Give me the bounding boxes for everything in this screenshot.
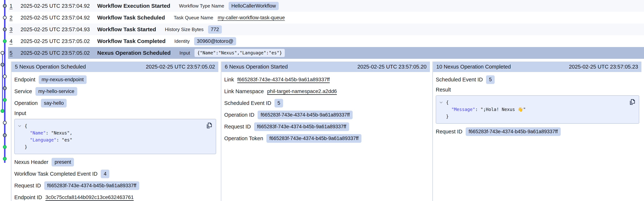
panel-title: 5 Nexus Operation Scheduled	[15, 64, 86, 70]
detail-field-row: Scheduled Event ID5	[436, 75, 639, 84]
event-row[interactable]: 32025-02-25 UTC 23:57:04.93Workflow Task…	[8, 24, 644, 35]
detail-field-row: Request IDf665283f-743e-4374-b45b-9a61a8…	[436, 127, 639, 136]
json-line: {	[24, 123, 201, 129]
detail-field-row: Request IDf665283f-743e-4374-b45b-9a61a8…	[224, 122, 428, 131]
event-summary: Identity30960@totoro@	[174, 37, 236, 45]
field-label: Endpoint ID	[14, 194, 42, 200]
event-name: Workflow Task Scheduled	[97, 15, 165, 21]
field-label: Nexus Header	[14, 159, 48, 165]
field-label: Operation Token	[224, 135, 263, 141]
timeline-event-node	[3, 145, 6, 149]
field-label: Link Namespace	[224, 88, 264, 94]
event-id-link[interactable]: 1	[10, 3, 16, 9]
event-name: Workflow Execution Started	[97, 3, 170, 9]
json-text	[24, 130, 30, 136]
json-text: : "Nexus",	[46, 130, 72, 136]
detail-field-row: Servicemy-hello-service	[14, 87, 216, 96]
timeline-event-node	[3, 40, 6, 43]
event-summary: History Size Bytes772	[165, 25, 222, 34]
copy-icon[interactable]	[206, 122, 213, 129]
json-text: {	[446, 100, 448, 105]
event-id-link[interactable]: 2	[10, 15, 16, 21]
field-label: Operation ID	[224, 112, 254, 118]
field-badge-value: f665283f-743e-4374-b45b-9a61a89337ff	[466, 127, 561, 136]
field-label: Link	[224, 77, 234, 83]
detail-field-row: Operationsay-hello	[14, 98, 216, 108]
collapse-chevron-icon[interactable]	[439, 100, 444, 105]
detail-field-row: Operation Tokenf665283f-743e-4374-b45b-9…	[224, 134, 428, 143]
event-row[interactable]: 12025-02-25 UTC 23:57:04.92Workflow Exec…	[8, 0, 644, 12]
event-id-link[interactable]: 3	[10, 27, 16, 33]
timeline-event-node	[3, 157, 6, 160]
detail-field-row: Endpoint ID3c0c75ccfa8144b092c13ce632463…	[14, 193, 216, 201]
event-summary-label: Input	[180, 50, 190, 56]
event-history-list: 12025-02-25 UTC 23:57:04.92Workflow Exec…	[8, 0, 644, 59]
field-badge-value: say-hello	[41, 99, 66, 107]
field-label: Request ID	[224, 124, 251, 130]
event-timestamp: 2025-02-25 UTC 23:57:04.93	[20, 27, 94, 33]
panel-timestamp: 2025-02-25 UTC 23:57:05.23	[569, 64, 638, 70]
detail-field-row: Linkf665283f-743e-4374-b45b-9a61a89337ff	[224, 75, 428, 84]
json-text: : "es"	[56, 137, 72, 143]
event-summary: Task Queue Namemy-caller-workflow-task-q…	[174, 15, 285, 21]
event-timestamp: 2025-02-25 UTC 23:57:04.92	[20, 3, 94, 9]
field-badge-value: my-hello-service	[36, 87, 78, 96]
event-row[interactable]: 22025-02-25 UTC 23:57:04.92Workflow Task…	[8, 12, 644, 24]
event-id-link[interactable]: 5	[10, 50, 16, 56]
event-summary-badge: HelloCallerWorkflow	[228, 2, 279, 10]
event-summary: Workflow Type NameHelloCallerWorkflow	[179, 2, 279, 10]
field-badge-value: present	[52, 158, 74, 166]
event-group-detail-panels: 5 Nexus Operation Scheduled2025-02-25 UT…	[11, 62, 644, 201]
event-name: Workflow Task Started	[97, 26, 156, 33]
detail-field-row: Operation IDf665283f-743e-4374-b45b-9a61…	[224, 110, 428, 119]
field-link-value[interactable]: phil-target-namespace2.a2dd6	[267, 88, 337, 94]
field-badge-value: f665283f-743e-4374-b45b-9a61a89337ff	[254, 122, 349, 131]
panel-timestamp: 2025-02-25 UTC 23:57:05.02	[146, 64, 215, 70]
field-badge-value: f665283f-743e-4374-b45b-9a61a89337ff	[44, 181, 139, 190]
json-text: }	[24, 144, 27, 149]
field-label: Operation	[14, 100, 38, 106]
event-summary: Input{"Name":"Nexus","Language":"es"}	[180, 49, 285, 57]
field-link-value[interactable]: 3c0c75ccfa8144b092c13ce632463761	[46, 194, 134, 200]
json-text	[446, 107, 451, 112]
detail-field-row: Scheduled Event ID5	[224, 98, 428, 108]
json-key: "Message"	[451, 107, 475, 112]
event-row[interactable]: 52025-02-25 UTC 23:57:05.02Nexus Operati…	[8, 47, 644, 59]
event-summary-link[interactable]: my-caller-workflow-task-queue	[218, 15, 285, 21]
field-label: Input	[14, 110, 216, 116]
event-detail-panel: 10 Nexus Operation Completed2025-02-25 U…	[432, 62, 644, 201]
field-link-value[interactable]: f665283f-743e-4374-b45b-9a61a89337ff	[237, 77, 330, 83]
json-text: }	[446, 114, 448, 119]
event-name: Workflow Task Completed	[97, 38, 166, 44]
json-line: }	[446, 113, 624, 120]
copy-icon[interactable]	[628, 98, 636, 106]
event-id-link[interactable]: 4	[10, 38, 16, 44]
json-key: "Name"	[30, 130, 46, 136]
event-timestamp: 2025-02-25 UTC 23:57:05.02	[20, 38, 94, 44]
event-detail-panel: 5 Nexus Operation Scheduled2025-02-25 UT…	[11, 62, 221, 201]
event-timestamp: 2025-02-25 UTC 23:57:04.92	[20, 15, 94, 21]
event-summary-label: Workflow Type Name	[179, 3, 224, 9]
event-row[interactable]: 42025-02-25 UTC 23:57:05.02Workflow Task…	[8, 35, 644, 47]
field-badge-value: my-nexus-endpoint	[39, 75, 87, 84]
collapse-chevron-icon[interactable]	[17, 124, 22, 128]
timeline-event-node	[1, 51, 4, 55]
json-line: "Name": "Nexus",	[24, 129, 201, 136]
timeline-event-node	[3, 87, 6, 90]
json-viewer: { "Message": "¡Hola! Nexus 👋"}	[436, 95, 639, 124]
field-label: Request ID	[14, 183, 41, 189]
panel-title: 10 Nexus Operation Completed	[436, 64, 511, 70]
field-label: Scheduled Event ID	[436, 77, 483, 83]
timeline-event-node	[3, 4, 6, 8]
timeline-event-node	[1, 109, 4, 113]
panel-header: 5 Nexus Operation Scheduled2025-02-25 UT…	[12, 62, 218, 72]
json-line: {	[446, 99, 624, 106]
event-history-timeline	[0, 0, 8, 201]
timeline-event-node	[3, 121, 6, 124]
timeline-event-node	[1, 63, 4, 66]
event-summary-badge: 772	[208, 25, 222, 34]
panel-timestamp: 2025-02-25 UTC 23:57:05.20	[358, 64, 426, 70]
event-summary-code-badge: {"Name":"Nexus","Language":"es"}	[194, 49, 285, 57]
detail-field-row: Endpointmy-nexus-endpoint	[14, 75, 216, 84]
panel-header: 10 Nexus Operation Completed2025-02-25 U…	[433, 62, 642, 72]
